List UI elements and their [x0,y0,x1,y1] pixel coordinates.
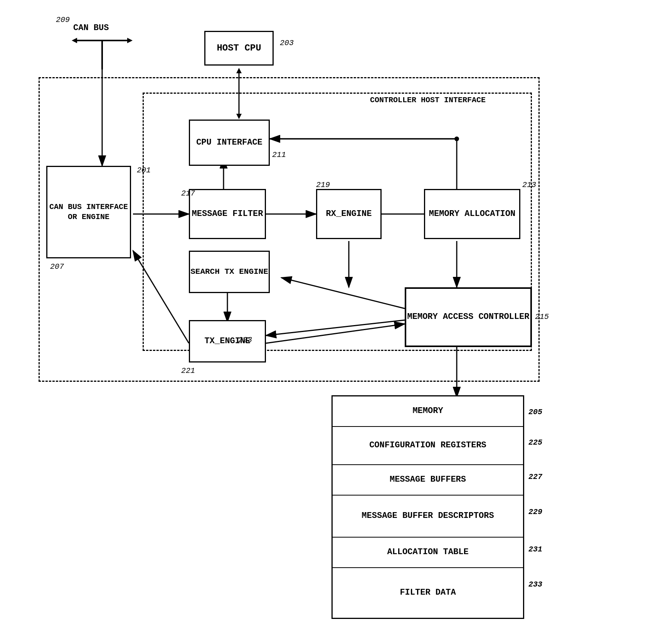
message-buffer-descriptors-row: MESSAGE BUFFER DESCRIPTORS 229 [333,496,523,538]
ref233: 233 [528,580,542,590]
ref213: 213 [522,180,536,189]
host-cpu-box: HOST CPU [204,31,274,66]
ref203: 203 [280,39,294,47]
can-bus-interface-box: CAN BUS INTERFACE OR ENGINE [46,166,131,258]
ref201: 201 [137,166,151,175]
allocation-table-row: ALLOCATION TABLE 231 [333,538,523,568]
ref227: 227 [528,472,542,482]
ref229: 229 [528,507,542,517]
memory-outer-box: MEMORY 205 CONFIGURATION REGISTERS 225 M… [331,395,524,619]
message-buffers-row: MESSAGE BUFFERS 227 [333,465,523,496]
message-filter-box: MESSAGE FILTER [189,189,266,239]
ref205: 205 [528,407,542,417]
svg-marker-5 [72,38,77,43]
ref223: 223 [238,335,252,344]
rx-engine-box: RX_ENGINE [316,189,382,239]
memory-allocation-box: MEMORY ALLOCATION [424,189,520,239]
ref219: 219 [316,180,330,189]
search-tx-engine-box: SEARCH TX ENGINE [189,251,270,293]
config-registers-row: CONFIGURATION REGISTERS 225 [333,427,523,465]
controller-host-interface-label: CONTROLLER HOST INTERFACE [370,96,486,105]
filter-data-row: FILTER DATA 233 [333,568,523,618]
ref211: 211 [272,150,286,159]
ref231: 231 [528,545,542,555]
ref217: 217 [181,189,195,198]
ref207: 207 [50,262,64,271]
ref225: 225 [528,438,542,448]
svg-marker-9 [236,68,242,73]
tx-engine-box: TX_ENGINE [189,320,266,362]
cpu-interface-box: CPU INTERFACE [189,120,270,166]
can-bus-label: CAN BUS [73,23,109,33]
ref221: 221 [181,366,195,375]
memory-access-controller-box: MEMORY ACCESS CONTROLLER [405,287,532,347]
svg-marker-6 [127,38,133,43]
ref215: 215 [535,312,549,321]
ref209: 209 [56,15,70,24]
memory-row: MEMORY 205 [333,396,523,427]
